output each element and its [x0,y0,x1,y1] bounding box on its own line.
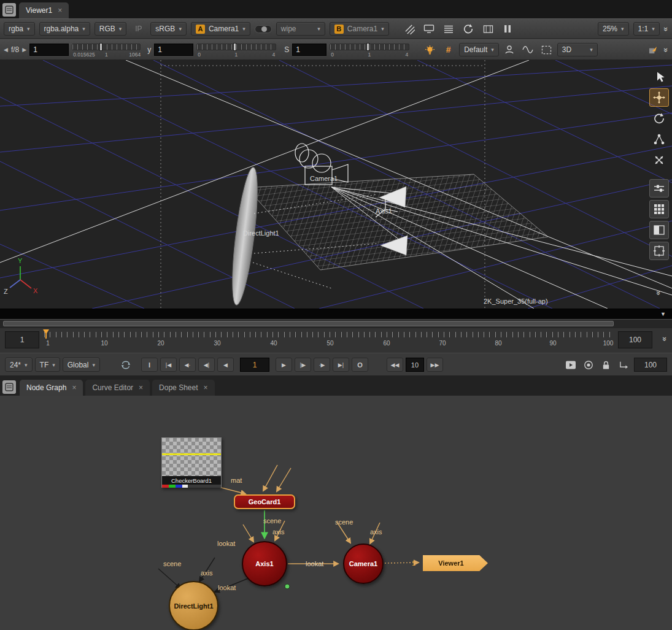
viewport-overflow-icon[interactable]: » [654,291,663,295]
saturation-slider-track[interactable] [330,44,409,50]
jump-forward-button[interactable]: ▶▶ [427,358,443,372]
playhead-line[interactable] [45,329,47,339]
step-forward-button[interactable]: |▶ [295,358,311,372]
gate-display-icon[interactable] [481,22,496,36]
close-icon[interactable]: × [139,384,143,391]
prev-keyframe-button[interactable]: ◀· [179,358,196,372]
roi-icon[interactable] [539,43,554,56]
edge-lines-tan[interactable] [214,465,419,564]
jump-back-button[interactable]: ◀◀ [387,358,403,372]
node-geocard1[interactable]: GeoCard1 [234,494,295,509]
zoom-dropdown[interactable]: 25% ▾ [598,22,629,36]
range-end-input[interactable]: 100 [618,331,652,348]
fstop-prev-icon[interactable]: ◀ [4,47,8,53]
set-out-button[interactable]: O [352,358,368,372]
pixel-aspect-dropdown[interactable]: 1:1 ▾ [633,22,660,36]
gamma-input[interactable]: 1 [154,44,193,56]
channels-dropdown[interactable]: rgba ▾ [4,22,35,36]
frame-ticks[interactable] [44,332,614,337]
render-icon[interactable] [581,358,596,372]
timeline-scrollbar[interactable] [0,320,672,328]
viewer-3d-viewport[interactable]: Camera1 Axis1 DirectLight1 2K_Super_35(f… [0,60,672,309]
flipbook-icon[interactable] [563,358,578,372]
pane-menu-icon[interactable] [2,3,16,17]
tab-curve-editor[interactable]: Curve Editor × [85,380,150,396]
saturation-slider[interactable]: 0 1 4 [330,41,409,58]
display-mode-dropdown[interactable]: RGB ▾ [95,22,127,36]
layout-frame-button[interactable] [649,242,669,260]
ab-blend-toggle[interactable] [255,25,272,33]
go-to-start-button[interactable]: |◀ [160,358,177,372]
frame-increment-input[interactable]: 10 [406,358,424,372]
next-keyframe-button[interactable]: ·▶ [314,358,330,372]
frame-range-dropdown[interactable]: Global ▾ [63,358,100,372]
node-viewer1[interactable]: Viewer1 [423,555,488,571]
gain-slider-handle[interactable] [99,43,102,51]
tab-node-graph[interactable]: Node Graph × [20,380,83,396]
fps-dropdown[interactable]: 24* ▾ [5,358,33,372]
wipe-mode-dropdown[interactable]: wipe ▾ [276,22,325,36]
play-forward-button[interactable]: ▶ [276,358,292,372]
viewport-3d-scene[interactable]: Camera1 Axis1 DirectLight1 2K_Super_35(f… [0,60,672,309]
transform-tool-button[interactable] [649,88,669,107]
close-icon[interactable]: × [204,384,208,391]
timeline-ruler[interactable]: 1 1 10 20 30 40 50 60 70 80 90 100 100 » [0,328,672,353]
safe-zones-icon[interactable]: # [441,43,456,56]
input-process-button[interactable]: IP [131,22,146,36]
gain-input[interactable]: 1 [29,44,69,56]
alpha-channel-dropdown[interactable]: rgba.alpha ▾ [39,22,90,36]
tab-viewer1[interactable]: Viewer1 × [19,2,69,18]
tf-dropdown[interactable]: TF ▾ [35,358,60,372]
axis-arrows-tool-button[interactable] [649,151,669,169]
lock-icon[interactable] [598,358,614,372]
set-in-button[interactable]: I [141,358,158,372]
go-to-end-button[interactable]: ▶| [333,358,349,372]
node-tree-tool-button[interactable] [649,130,669,148]
lighting-icon[interactable] [422,43,438,56]
input-a-dropdown[interactable]: A Camera1 ▾ [191,22,250,36]
saturation-slider-handle[interactable] [366,43,369,51]
fstop-next-icon[interactable]: ▶ [22,47,26,53]
viewer-process-dropdown[interactable]: Default ▾ [459,43,499,56]
range-start-input[interactable]: 1 [5,331,39,348]
monitor-output-icon[interactable] [422,22,437,36]
refresh-icon[interactable] [461,22,476,36]
playback-end-input[interactable]: 100 [634,358,667,372]
panel-layout-sliders-button[interactable] [649,179,669,198]
close-icon[interactable]: × [72,384,76,391]
geocard-mesh[interactable] [247,174,548,270]
input-b-dropdown[interactable]: B Camera1 ▾ [330,22,389,36]
select-tool-button[interactable] [649,67,669,86]
handles-icon[interactable] [646,43,661,56]
pause-icon[interactable] [500,22,516,36]
triangle-down-icon[interactable]: ▼ [660,311,666,317]
layout-grid-button[interactable] [649,200,669,218]
gain-slider-track[interactable] [72,44,141,50]
node-directlight1[interactable]: DirectLight1 [169,581,218,630]
current-frame-input[interactable]: 1 [240,358,269,372]
toolbar-overflow-icon[interactable]: » [662,26,671,31]
lut-dropdown[interactable]: sRGB ▾ [150,22,187,36]
corner-arrow-icon[interactable] [616,358,631,372]
node-graph-canvas[interactable]: mat scene axis lookat lookat scene axis … [0,396,672,630]
node-camera1[interactable]: Camera1 [343,544,384,584]
gamma-slider[interactable]: 0 1 4 [196,41,276,58]
gain-slider[interactable]: 0.015625 1 1064 [72,41,141,58]
step-back-button[interactable]: ◀| [198,358,215,372]
gamma-slider-track[interactable] [196,44,276,50]
tab-dope-sheet[interactable]: Dope Sheet × [152,380,214,396]
saturation-input[interactable]: 1 [292,44,326,56]
timeline-scroll-handle[interactable] [3,321,614,326]
loop-mode-icon[interactable] [118,358,134,372]
timeline-overflow-icon[interactable]: » [660,337,670,341]
layout-split-button[interactable] [649,221,669,239]
gamma-slider-handle[interactable] [233,43,236,51]
wave-icon[interactable] [520,43,536,56]
person-icon[interactable] [502,43,517,56]
wipe-pattern-icon[interactable] [402,22,417,36]
pane-menu-icon[interactable] [2,380,16,394]
close-icon[interactable]: × [58,7,62,14]
toolbar-overflow-icon[interactable]: » [662,47,671,52]
view-mode-dropdown[interactable]: 3D ▾ [557,43,598,56]
node-checkerboard1[interactable]: CheckerBoard1 [161,437,222,488]
